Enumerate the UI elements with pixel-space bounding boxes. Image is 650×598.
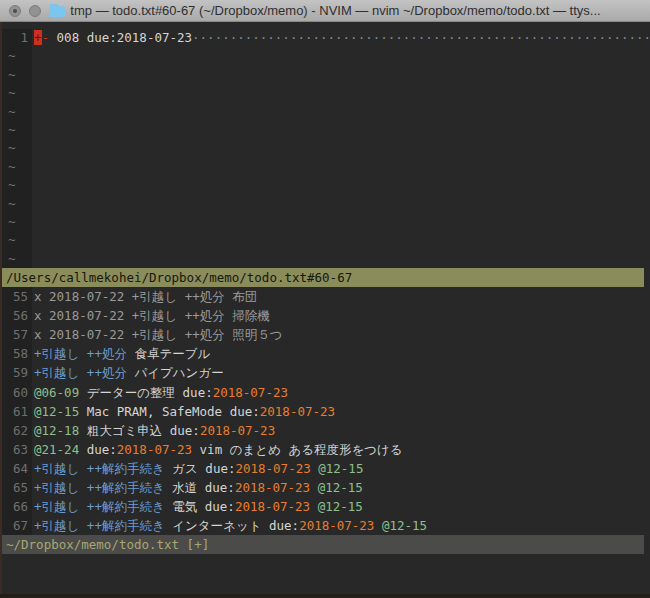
text-segment-plain: パイプハンガー bbox=[127, 365, 224, 380]
terminal-content: 1+- 008 due:2018-07-23··················… bbox=[0, 22, 650, 598]
buffer-line-59[interactable]: 59+引越し ++処分 パイプハンガー bbox=[0, 363, 650, 382]
line-number: 55 bbox=[2, 287, 28, 306]
text-segment-plain bbox=[79, 480, 87, 495]
text-segment-date: 2018-07-23 bbox=[235, 480, 310, 495]
buffer-line-61[interactable]: 61@12-15 Mac PRAM, SafeMode due:2018-07-… bbox=[0, 402, 650, 421]
empty-line: ~ bbox=[0, 66, 650, 84]
buffer-line-63[interactable]: 63@21-24 due:2018-07-23 vim のまとめ ある程度形をつ… bbox=[0, 440, 650, 459]
line-number: 60 bbox=[2, 383, 28, 402]
buffer-line-67[interactable]: 67+引越し ++解約手続き インターネット due:2018-07-23 @1… bbox=[0, 516, 650, 535]
text-segment-tag: +引越し bbox=[34, 461, 79, 476]
tilde-marker: ~ bbox=[2, 232, 16, 247]
text-segment-plain: 食卓テーブル bbox=[127, 346, 210, 361]
line-number: 67 bbox=[2, 516, 28, 535]
text-segment-done: x 2018-07-22 +引越し ++処分 布団 bbox=[34, 289, 257, 304]
tilde-marker: ~ bbox=[2, 48, 16, 63]
window-edge-left bbox=[0, 22, 2, 598]
empty-line: ~ bbox=[0, 121, 650, 139]
text-segment-tag: +引越し bbox=[34, 480, 79, 495]
buffer-line-60[interactable]: 60@06-09 データーの整理 due:2018-07-23 bbox=[0, 383, 650, 402]
text-segment-tag: ++解約手続き bbox=[87, 480, 165, 495]
text-segment-date: 2018-07-23 bbox=[235, 499, 310, 514]
line-number: 66 bbox=[2, 497, 28, 516]
text-segment-plain: ガス due: bbox=[165, 461, 236, 476]
line-number: 61 bbox=[2, 402, 28, 421]
text-segment-plain bbox=[79, 461, 87, 476]
text-segment-plain: データーの整理 due: bbox=[79, 385, 213, 400]
text-segment-done: x 2018-07-22 +引越し ++処分 掃除機 bbox=[34, 308, 270, 323]
buffer-line-55[interactable]: 55x 2018-07-22 +引越し ++処分 布団 bbox=[0, 287, 650, 306]
tilde-marker: ~ bbox=[2, 122, 16, 137]
text-segment-ctx: @12-15 bbox=[318, 499, 363, 514]
text-segment-date: 2018-07-23 bbox=[235, 461, 310, 476]
text-segment-plain bbox=[310, 480, 318, 495]
command-line-area[interactable] bbox=[0, 554, 650, 590]
text-segment-date: 2018-07-23 bbox=[200, 423, 275, 438]
text-segment-plain bbox=[79, 499, 87, 514]
line-number: 63 bbox=[2, 440, 28, 459]
tilde-marker: ~ bbox=[2, 67, 16, 82]
terminal-window: tmp — todo.txt#60-67 (~/Dropbox/memo) - … bbox=[0, 0, 650, 598]
text-segment-done: x 2018-07-22 +引越し ++処分 照明５つ bbox=[34, 327, 283, 342]
text-segment-plain: 水道 due: bbox=[165, 480, 235, 495]
text-segment-tag: ++処分 bbox=[87, 346, 127, 361]
text-segment-ctx: @12-18 bbox=[34, 423, 79, 438]
empty-line: ~ bbox=[0, 231, 650, 249]
text-segment-tag: +引越し bbox=[34, 346, 79, 361]
text-segment-tag: ++解約手続き bbox=[87, 518, 165, 533]
buffer-line-65[interactable]: 65+引越し ++解約手続き 水道 due:2018-07-23 @12-15 bbox=[0, 478, 650, 497]
empty-line: ~ bbox=[0, 139, 650, 157]
text-segment-ctx: @12-15 bbox=[382, 518, 427, 533]
text-segment-plain: vim のまとめ ある程度形をつける bbox=[192, 442, 403, 457]
empty-line: ~ bbox=[0, 176, 650, 194]
text-segment-tag: ++処分 bbox=[87, 365, 127, 380]
buffer-line-64[interactable]: 64+引越し ++解約手続き ガス due:2018-07-23 @12-15 bbox=[0, 459, 650, 478]
text-segment-plain bbox=[79, 518, 87, 533]
cursor-block[interactable]: + bbox=[34, 30, 42, 45]
titlebar: tmp — todo.txt#60-67 (~/Dropbox/memo) - … bbox=[0, 0, 650, 22]
line-number: 56 bbox=[2, 306, 28, 325]
line-number: 62 bbox=[2, 421, 28, 440]
tilde-marker: ~ bbox=[2, 251, 16, 266]
empty-line: ~ bbox=[0, 103, 650, 121]
buffer-line-1[interactable]: 1+- 008 due:2018-07-23··················… bbox=[0, 29, 650, 47]
buffer-line-56[interactable]: 56x 2018-07-22 +引越し ++処分 掃除機 bbox=[0, 306, 650, 325]
statusline-active: /Users/callmekohei/Dropbox/memo/todo.txt… bbox=[2, 268, 644, 287]
text-segment-plain: Mac PRAM, SafeMode due: bbox=[79, 404, 260, 419]
folder-icon bbox=[49, 6, 65, 17]
editor-bottom-window: 55x 2018-07-22 +引越し ++処分 布団56x 2018-07-2… bbox=[0, 287, 650, 535]
record-dot-icon bbox=[13, 9, 17, 13]
tilde-marker: ~ bbox=[2, 140, 16, 155]
text-segment-tag: ++解約手続き bbox=[87, 499, 165, 514]
text-segment-ctx: @12-15 bbox=[318, 480, 363, 495]
buffer-line-57[interactable]: 57x 2018-07-22 +引越し ++処分 照明５つ bbox=[0, 325, 650, 344]
line-number: 64 bbox=[2, 459, 28, 478]
minimize-button[interactable] bbox=[29, 5, 41, 17]
buffer-line-58[interactable]: 58+引越し ++処分 食卓テーブル bbox=[0, 344, 650, 363]
text-segment-tag: +引越し bbox=[34, 499, 79, 514]
line-number: 59 bbox=[2, 363, 28, 382]
line-number: 1 bbox=[2, 29, 28, 47]
line-number: 65 bbox=[2, 478, 28, 497]
text-segment-plain: 粗大ゴミ申込 due: bbox=[79, 423, 200, 438]
buffer-line-62[interactable]: 62@12-18 粗大ゴミ申込 due:2018-07-23 bbox=[0, 421, 650, 440]
tilde-marker: ~ bbox=[2, 214, 16, 229]
text-segment-plain bbox=[374, 518, 382, 533]
text-segment-priority: - bbox=[42, 30, 50, 45]
text-segment-plain bbox=[79, 365, 87, 380]
buffer-line-66[interactable]: 66+引越し ++解約手続き 電気 due:2018-07-23 @12-15 bbox=[0, 497, 650, 516]
text-segment-plain bbox=[310, 499, 318, 514]
statusline-bottom: ~/Dropbox/memo/todo.txt [+] bbox=[2, 535, 644, 554]
text-segment-tag: +引越し bbox=[34, 365, 79, 380]
tilde-marker: ~ bbox=[2, 85, 16, 100]
empty-line: ~ bbox=[0, 47, 650, 65]
text-segment-date: 2018-07-23 bbox=[213, 385, 288, 400]
close-button[interactable] bbox=[9, 5, 21, 17]
titlebar-center: tmp — todo.txt#60-67 (~/Dropbox/memo) - … bbox=[49, 3, 600, 18]
line-number: 57 bbox=[2, 325, 28, 344]
empty-line: ~ bbox=[0, 213, 650, 231]
line-number: 58 bbox=[2, 344, 28, 363]
empty-line: ~ bbox=[0, 250, 650, 268]
window-edge-bottom bbox=[0, 594, 650, 598]
text-segment-ctx: @12-15 bbox=[34, 404, 79, 419]
